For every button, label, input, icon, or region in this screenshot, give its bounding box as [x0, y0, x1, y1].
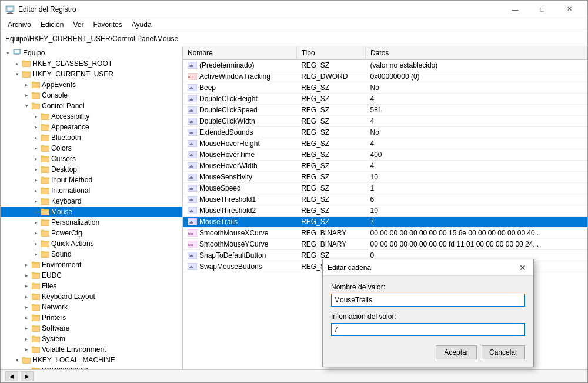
cancel-button[interactable]: Cancelar — [482, 345, 525, 359]
expand-icon-control_panel[interactable]: ▾ — [22, 101, 31, 111]
expand-icon-eudc[interactable]: ▸ — [22, 271, 31, 280]
registry-row[interactable]: ab DoubleClickHeightREG_SZ4 — [183, 93, 587, 104]
tree-item-files[interactable]: ▸ Files — [1, 281, 182, 291]
reg-data: 10 — [366, 205, 587, 216]
expand-icon-hkey_current_user[interactable]: ▾ — [12, 69, 22, 79]
tree-item-keyboard_layout[interactable]: ▸ Keyboard Layout — [1, 291, 182, 302]
expand-icon-bluetooth[interactable]: ▸ — [31, 133, 41, 142]
expand-icon-hkey_classes_root[interactable]: ▸ — [12, 59, 22, 68]
tree-item-eudc[interactable]: ▸ EUDC — [1, 270, 182, 281]
tree-item-accessibility[interactable]: ▸ Accessibility — [1, 111, 182, 122]
registry-row[interactable]: ab MouseHoverWidthREG_SZ4 — [183, 160, 587, 171]
expand-icon-appearance[interactable]: ▸ — [31, 122, 41, 132]
registry-row[interactable]: ab DoubleClickWidthREG_SZ4 — [183, 115, 587, 126]
folder-icon-keyboard_layout — [31, 292, 41, 301]
registry-row[interactable]: ab (Predeterminado)REG_SZ(valor no estab… — [183, 59, 587, 71]
expand-icon-quick_actions[interactable]: ▸ — [31, 239, 41, 248]
tree-item-hkey_classes_root[interactable]: ▸ HKEY_CLASSES_ROOT — [1, 58, 182, 69]
accept-button[interactable]: Aceptar — [436, 345, 477, 359]
expand-icon-console[interactable]: ▸ — [22, 91, 31, 100]
tree-item-cursors[interactable]: ▸ Cursors — [1, 154, 182, 164]
expand-icon-desktop[interactable]: ▸ — [31, 165, 41, 174]
registry-row[interactable]: ab DoubleClickSpeedREG_SZ581 — [183, 104, 587, 115]
menu-edición[interactable]: Edición — [36, 19, 68, 30]
menu-favoritos[interactable]: Favoritos — [88, 19, 126, 30]
expand-icon-sound[interactable]: ▸ — [31, 249, 41, 259]
registry-row[interactable]: ab MouseSensitivityREG_SZ10 — [183, 171, 587, 182]
tree-item-equipo[interactable]: ▾ Equipo — [1, 48, 182, 58]
data-input[interactable] — [331, 323, 525, 336]
tree-item-mouse[interactable]: ▸ Mouse — [1, 207, 182, 217]
expand-icon-network[interactable]: ▸ — [22, 302, 31, 312]
expand-icon-printers[interactable]: ▸ — [22, 313, 31, 322]
expand-icon-appevents[interactable]: ▸ — [22, 80, 31, 89]
registry-row[interactable]: ab MouseHoverHeightREG_SZ4 — [183, 138, 587, 149]
tree-item-personalization[interactable]: ▸ Personalization — [1, 217, 182, 228]
expand-icon-personalization[interactable]: ▸ — [31, 218, 41, 227]
tree-item-appearance[interactable]: ▸ Appearance — [1, 122, 182, 132]
expand-icon-environment[interactable]: ▸ — [22, 260, 31, 269]
expand-icon-colors[interactable]: ▸ — [31, 144, 41, 153]
expand-icon-system[interactable]: ▸ — [22, 334, 31, 344]
svg-rect-2 — [8, 12, 12, 13]
name-label: Nombre de valor: — [331, 283, 525, 291]
registry-row[interactable]: ab MouseHoverTimeREG_SZ400 — [183, 149, 587, 160]
close-button[interactable]: ✕ — [556, 2, 583, 16]
registry-row[interactable]: ab MouseThreshold1REG_SZ6 — [183, 194, 587, 205]
registry-row[interactable]: bin SmoothMouseYCurveREG_BINARY00 00 00 … — [183, 238, 587, 249]
tree-item-international[interactable]: ▸ International — [1, 185, 182, 196]
tree-item-environment[interactable]: ▸ Environment — [1, 259, 182, 270]
tree-item-sound[interactable]: ▸ Sound — [1, 249, 182, 259]
tree-item-bluetooth[interactable]: ▸ Bluetooth — [1, 132, 182, 143]
expand-icon-equipo[interactable]: ▾ — [3, 48, 12, 58]
scroll-right-btn[interactable]: ▶ — [21, 371, 34, 381]
expand-icon-volatile_environment[interactable]: ▸ — [22, 345, 31, 354]
registry-row[interactable]: ab MouseThreshold2REG_SZ10 — [183, 205, 587, 216]
tree-item-input_method[interactable]: ▸ Input Method — [1, 175, 182, 185]
registry-row[interactable]: ab MouseTrailsREG_SZ7 — [183, 216, 587, 227]
tree-item-colors[interactable]: ▸ Colors — [1, 143, 182, 154]
tree-item-printers[interactable]: ▸ Printers — [1, 312, 182, 323]
expand-icon-software[interactable]: ▸ — [22, 324, 31, 333]
tree-item-bcd00000000[interactable]: ▸ BCD00000000 — [1, 365, 182, 369]
menu-ver[interactable]: Ver — [68, 19, 88, 30]
reg-type: REG_SZ — [296, 82, 365, 93]
maximize-button[interactable]: □ — [529, 2, 556, 16]
expand-icon-hkey_local_machine[interactable]: ▾ — [12, 355, 22, 365]
tree-item-powercfg[interactable]: ▸ PowerCfg — [1, 228, 182, 238]
edit-string-dialog[interactable]: Editar cadena ✕ Nombre de valor: Infomac… — [322, 259, 534, 367]
expand-icon-international[interactable]: ▸ — [31, 186, 41, 195]
expand-icon-mouse[interactable]: ▸ — [31, 207, 41, 217]
scroll-left-btn[interactable]: ◀ — [5, 371, 18, 381]
registry-row[interactable]: bin SmoothMouseXCurveREG_BINARY00 00 00 … — [183, 227, 587, 238]
registry-row[interactable]: ab BeepREG_SZNo — [183, 82, 587, 93]
tree-item-hkey_current_user[interactable]: ▾ HKEY_CURRENT_USER — [1, 69, 182, 79]
tree-item-keyboard[interactable]: ▸ Keyboard — [1, 196, 182, 207]
tree-item-desktop[interactable]: ▸ Desktop — [1, 164, 182, 175]
tree-item-network[interactable]: ▸ Network — [1, 302, 182, 312]
menu-archivo[interactable]: Archivo — [3, 19, 36, 30]
expand-icon-keyboard_layout[interactable]: ▸ — [22, 292, 31, 301]
registry-row[interactable]: ab MouseSpeedREG_SZ1 — [183, 182, 587, 194]
expand-icon-cursors[interactable]: ▸ — [31, 154, 41, 164]
menu-ayuda[interactable]: Ayuda — [127, 19, 156, 30]
minimize-button[interactable]: — — [502, 2, 529, 16]
tree-item-system[interactable]: ▸ System — [1, 334, 182, 344]
tree-item-volatile_environment[interactable]: ▸ Volatile Environment — [1, 344, 182, 355]
registry-row[interactable]: 010 ActiveWindowTrackingREG_DWORD0x00000… — [183, 71, 587, 82]
expand-icon-keyboard[interactable]: ▸ — [31, 197, 41, 206]
expand-icon-files[interactable]: ▸ — [22, 281, 31, 291]
dialog-close-button[interactable]: ✕ — [517, 262, 529, 274]
expand-icon-accessibility[interactable]: ▸ — [31, 112, 41, 121]
expand-icon-input_method[interactable]: ▸ — [31, 175, 41, 185]
expand-icon-powercfg[interactable]: ▸ — [31, 228, 41, 238]
tree-item-software[interactable]: ▸ Software — [1, 323, 182, 334]
svg-text:ab: ab — [189, 153, 193, 158]
tree-item-console[interactable]: ▸ Console — [1, 90, 182, 101]
tree-item-control_panel[interactable]: ▾ Control Panel — [1, 101, 182, 111]
tree-item-quick_actions[interactable]: ▸ Quick Actions — [1, 238, 182, 249]
name-input[interactable] — [331, 294, 525, 307]
registry-row[interactable]: ab ExtendedSoundsREG_SZNo — [183, 126, 587, 138]
tree-item-appevents[interactable]: ▸ AppEvents — [1, 79, 182, 90]
tree-item-hkey_local_machine[interactable]: ▾ HKEY_LOCAL_MACHINE — [1, 355, 182, 365]
